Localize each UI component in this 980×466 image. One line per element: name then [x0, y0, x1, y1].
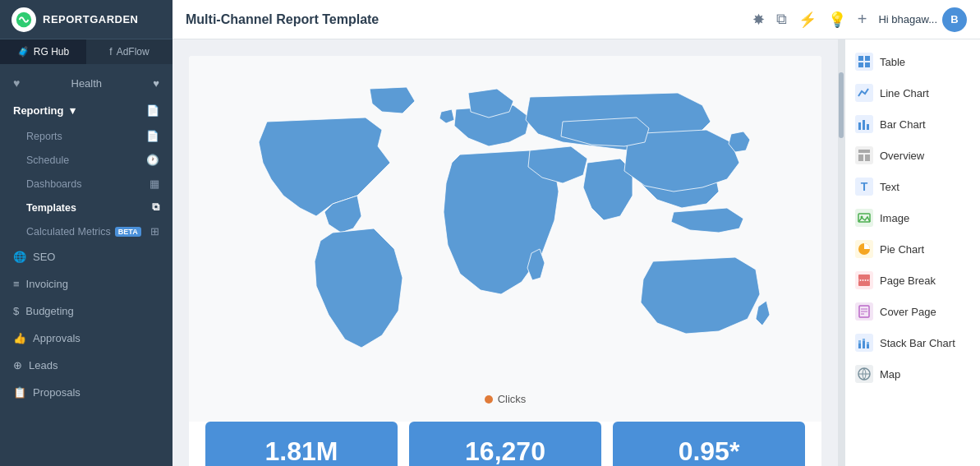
- sidebar-item-dashboards[interactable]: Dashboards ▦: [0, 172, 173, 196]
- rp-item-overview[interactable]: Overview: [845, 140, 980, 171]
- sidebar-logo: REPORTGARDEN: [0, 0, 173, 39]
- rp-label-pie-chart: Pie Chart: [880, 243, 924, 256]
- user-avatar: B: [942, 7, 967, 32]
- sidebar-nav: ♥ Health ♥ Reporting ▾ 📄 Reports 📄 Sched…: [0, 64, 173, 466]
- svg-rect-8: [858, 150, 870, 153]
- stats-row: 1.81M IMPRESSIONS 1.81M ▲ 0.00% 16,270 C…: [189, 422, 821, 466]
- rp-item-bar-chart[interactable]: Bar Chart: [845, 108, 980, 140]
- rp-item-map[interactable]: Map: [845, 358, 980, 390]
- overview-icon: [855, 146, 873, 164]
- magnet-icon: ⊕: [13, 359, 22, 371]
- user-menu[interactable]: Hi bhagaw... B: [878, 7, 967, 32]
- center-panel: Clicks 1.81M IMPRESSIONS 1.81M ▲ 0.00% 1…: [173, 39, 838, 466]
- stat-card-impressions: 1.81M IMPRESSIONS 1.81M ▲ 0.00%: [205, 422, 398, 466]
- map-icon: [855, 365, 873, 383]
- svg-rect-25: [867, 344, 869, 348]
- sidebar-item-reporting[interactable]: Reporting ▾ 📄: [0, 97, 173, 124]
- sidebar: REPORTGARDEN 🧳 RG Hub f AdFlow ♥ Health …: [0, 0, 173, 466]
- add-button[interactable]: +: [858, 10, 867, 29]
- sidebar-item-calculated-metrics[interactable]: Calculated Metrics BETA ⊞: [0, 219, 173, 243]
- svg-rect-6: [863, 120, 865, 130]
- slack-icon[interactable]: ✸: [752, 11, 765, 29]
- calc-metrics-icon: ⊞: [150, 225, 159, 238]
- svg-rect-21: [858, 344, 861, 348]
- rp-item-line-chart[interactable]: Line Chart: [845, 77, 980, 108]
- lightbulb-icon[interactable]: 💡: [828, 11, 846, 29]
- thumbs-icon: 👍: [13, 332, 26, 344]
- text-icon: T: [855, 178, 873, 196]
- stat-card-clicks: 16,270 CLICKS 16,270 ▲ 0.00%: [409, 422, 601, 466]
- svg-rect-26: [867, 342, 869, 344]
- bar-chart-icon: [855, 115, 873, 133]
- report-area: Clicks 1.81M IMPRESSIONS 1.81M ▲ 0.00% 1…: [189, 56, 821, 466]
- chevron-down-icon: ▾: [70, 104, 76, 117]
- sidebar-tab-adflow[interactable]: f AdFlow: [86, 39, 173, 64]
- sidebar-item-budgeting[interactable]: $ Budgeting: [0, 298, 173, 325]
- svg-rect-5: [858, 122, 861, 130]
- rp-item-stack-bar-chart[interactable]: Stack Bar Chart: [845, 327, 980, 358]
- rp-label-table: Table: [880, 56, 905, 68]
- sidebar-item-proposals[interactable]: 📋 Proposals: [0, 379, 173, 406]
- copy-icon[interactable]: ⧉: [776, 11, 787, 28]
- dollar-icon: $: [13, 305, 19, 317]
- topbar: Multi-Channel Report Template ✸ ⧉ ⚡ 💡 + …: [173, 0, 980, 39]
- fb-icon: f: [109, 46, 112, 58]
- sidebar-item-leads[interactable]: ⊕ Leads: [0, 352, 173, 379]
- list-icon: ≡: [13, 278, 20, 290]
- map-container: Clicks: [189, 56, 821, 422]
- sidebar-item-invoicing[interactable]: ≡ Invoicing: [0, 270, 173, 298]
- svg-rect-1: [858, 56, 863, 61]
- legend-dot: [485, 395, 493, 404]
- rp-item-image[interactable]: Image: [845, 202, 980, 233]
- svg-rect-23: [863, 341, 865, 348]
- schedule-icon: 🕐: [146, 154, 159, 166]
- rp-label-cover-page: Cover Page: [880, 306, 936, 318]
- sidebar-item-reports[interactable]: Reports 📄: [0, 124, 173, 148]
- dashboards-icon: ▦: [150, 178, 159, 190]
- rp-item-page-break[interactable]: Page Break: [845, 265, 980, 296]
- scrollbar[interactable]: [838, 39, 844, 466]
- stat-main-clicks: 16,270: [465, 438, 545, 464]
- scrollbar-thumb[interactable]: [839, 72, 844, 138]
- stat-main-impressions: 1.81M: [265, 438, 338, 464]
- rp-label-stack-bar-chart: Stack Bar Chart: [880, 337, 955, 349]
- rp-label-line-chart: Line Chart: [880, 87, 929, 99]
- svg-rect-3: [858, 62, 863, 67]
- svg-rect-24: [863, 339, 865, 341]
- sidebar-tabs: 🧳 RG Hub f AdFlow: [0, 39, 173, 64]
- sidebar-item-seo[interactable]: 🌐 SEO: [0, 243, 173, 270]
- rp-label-map: Map: [880, 368, 900, 381]
- user-greeting: Hi bhagaw...: [878, 13, 937, 25]
- svg-rect-10: [865, 155, 870, 161]
- reports-icon: 📄: [146, 130, 159, 142]
- sidebar-item-health[interactable]: ♥ Health ♥: [0, 69, 173, 97]
- sidebar-item-approvals[interactable]: 👍 Approvals: [0, 325, 173, 352]
- rp-label-overview: Overview: [880, 150, 924, 162]
- health-icon-right: ♥: [153, 77, 159, 90]
- stat-card-ctr: 0.95* CTR (%) 0.95% ▲ 0.00%: [613, 422, 805, 466]
- world-map-svg: [218, 72, 793, 385]
- lightning-icon[interactable]: ⚡: [798, 11, 817, 29]
- sidebar-item-schedule[interactable]: Schedule 🕐: [0, 148, 173, 172]
- sidebar-item-templates[interactable]: Templates ⧉: [0, 196, 173, 219]
- main-content: Clicks 1.81M IMPRESSIONS 1.81M ▲ 0.00% 1…: [173, 39, 980, 466]
- globe-icon: 🌐: [13, 251, 26, 263]
- rp-item-text[interactable]: T Text: [845, 171, 980, 202]
- svg-rect-9: [858, 155, 863, 161]
- svg-rect-16: [858, 281, 870, 286]
- rp-item-pie-chart[interactable]: Pie Chart: [845, 233, 980, 265]
- rp-label-image: Image: [880, 212, 909, 224]
- rp-label-bar-chart: Bar Chart: [880, 118, 926, 131]
- line-chart-icon: [855, 84, 873, 102]
- rp-label-page-break: Page Break: [880, 275, 936, 287]
- sidebar-tab-rg-hub[interactable]: 🧳 RG Hub: [0, 39, 86, 64]
- pie-chart-icon: [855, 240, 873, 258]
- cover-page-icon: [855, 302, 873, 321]
- rp-item-cover-page[interactable]: Cover Page: [845, 296, 980, 327]
- legend-label: Clicks: [498, 393, 527, 405]
- stat-main-ctr: 0.95*: [679, 438, 740, 464]
- rp-item-table[interactable]: Table: [845, 46, 980, 77]
- topbar-right: ✸ ⧉ ⚡ 💡 + Hi bhagaw... B: [752, 7, 967, 32]
- svg-rect-4: [865, 62, 870, 67]
- svg-rect-14: [858, 275, 870, 279]
